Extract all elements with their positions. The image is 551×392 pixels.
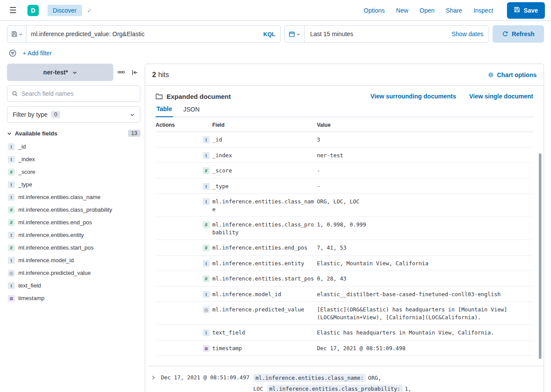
- table-row: ml.inference.entities.start_pos0, 28, 43: [156, 271, 533, 287]
- nav-inspect[interactable]: Inspect: [473, 7, 493, 14]
- filter-by-type-dropdown[interactable]: Filter by type 0: [7, 106, 140, 123]
- field-search-input[interactable]: [21, 90, 136, 97]
- sidebar-field-item[interactable]: ml.inference.entities.class_probability: [7, 203, 140, 216]
- field-search-box: [7, 85, 140, 102]
- field-type-icon: [8, 244, 15, 251]
- nav-share[interactable]: Share: [446, 7, 462, 14]
- available-fields-label: Available fields: [15, 130, 58, 137]
- field-type-icon: [8, 181, 15, 188]
- field-type-icon: [203, 136, 210, 143]
- show-dates-link[interactable]: Show dates: [446, 30, 489, 37]
- index-pattern-name: ner-test*: [43, 69, 68, 76]
- sidebar-field-item[interactable]: timestamp: [7, 292, 140, 304]
- tab-table[interactable]: Table: [156, 104, 173, 117]
- sidebar-field-name: timestamp: [18, 295, 44, 301]
- sidebar-field-item[interactable]: _id: [7, 140, 140, 153]
- chevron-down-icon: [7, 131, 12, 136]
- save-button[interactable]: Save: [507, 2, 545, 19]
- document-table: _id3 _indexner-test _score - _type - ml.…: [156, 132, 533, 356]
- sidebar-field-item[interactable]: _score: [7, 166, 140, 178]
- add-filter-link[interactable]: + Add filter: [23, 50, 52, 57]
- table-row: ml.inference.predicted_value[Elastic](OR…: [156, 302, 533, 325]
- available-fields-header[interactable]: Available fields 13: [7, 130, 140, 137]
- sidebar-field-name: _score: [18, 169, 35, 175]
- row-value: ORG, LOC, LOC: [317, 198, 533, 206]
- row-field-name: ml.inference.predicted_value: [212, 306, 316, 314]
- saved-query-menu-button[interactable]: [7, 26, 27, 42]
- row-field-name: ml.inference.entities.start_pos: [212, 275, 316, 283]
- nav-open[interactable]: Open: [420, 7, 435, 14]
- row-value: [Elastic](ORG&Elastic) has headquarters …: [317, 306, 533, 321]
- sidebar-field-name: _id: [18, 143, 26, 150]
- row-field-name: _id: [212, 136, 316, 144]
- row-field: text_field: [203, 329, 317, 337]
- source-field-badge: ml.inference.entities.class_name:: [253, 374, 366, 382]
- filter-icon: [9, 49, 17, 57]
- filter-by-type-count: 0: [51, 111, 60, 118]
- field-type-icon: [203, 345, 210, 352]
- expand-document-toggle[interactable]: [149, 372, 158, 383]
- filter-by-type-label: Filter by type: [13, 111, 48, 118]
- sidebar-field-name: _type: [18, 181, 32, 188]
- refresh-button-label: Refresh: [512, 30, 534, 37]
- expanded-document-header: Expanded document View surrounding docum…: [156, 91, 533, 101]
- calendar-menu-button[interactable]: [285, 26, 305, 42]
- sidebar-field-item[interactable]: ml.inference.entities.end_pos: [7, 216, 140, 229]
- sidebar-field-name: ml.inference.entities.start_pos: [18, 244, 94, 251]
- chevron-down-icon: [130, 112, 135, 117]
- chevron-right-icon: [151, 375, 156, 380]
- space-avatar[interactable]: D: [27, 5, 39, 16]
- tab-json[interactable]: JSON: [183, 104, 201, 117]
- table-row: ml.inference.entities.entityElastic, Mou…: [156, 256, 533, 271]
- sidebar-field-item[interactable]: _index: [7, 153, 140, 166]
- source-field-badge: ml.inference.entities.class_probability:: [267, 385, 403, 392]
- document-tabs: Table JSON: [156, 104, 533, 117]
- sidebar-field-item[interactable]: ml.inference.entities.entity: [7, 229, 140, 241]
- row-field: _index: [203, 152, 317, 159]
- nav-options[interactable]: Options: [364, 7, 384, 14]
- nav-new[interactable]: New: [396, 7, 408, 14]
- table-row: _indexner-test: [156, 148, 533, 163]
- row-field-name: ml.inference.entities.end_pos: [212, 244, 316, 252]
- collapse-sidebar-button[interactable]: [129, 67, 140, 78]
- row-value: 7, 41, 53: [317, 244, 533, 252]
- chevron-down-icon: [19, 32, 23, 36]
- field-type-icon: [8, 143, 15, 150]
- top-header: ☰ D Discover ✓ Options New Open Share In…: [0, 0, 551, 21]
- query-input[interactable]: [27, 30, 258, 37]
- scrollbar-thumb[interactable]: [539, 153, 541, 359]
- refresh-button[interactable]: Refresh: [493, 25, 544, 43]
- calendar-icon: [289, 31, 295, 37]
- sidebar-field-item[interactable]: ml.inference.entities.start_pos: [7, 241, 140, 254]
- time-range-value[interactable]: Last 15 minutes: [305, 30, 446, 37]
- query-language-button[interactable]: KQL: [258, 31, 280, 37]
- chart-options-link[interactable]: Chart options: [488, 71, 537, 78]
- row-value: Elastic has headquarters in Mountain Vie…: [317, 329, 533, 337]
- save-icon: [514, 7, 520, 14]
- filter-menu-button[interactable]: [7, 48, 18, 58]
- row-value: Dec 17, 2021 @ 08:51:09.498: [317, 345, 533, 352]
- field-type-icon: [203, 152, 210, 159]
- menu-icon[interactable]: ☰: [6, 4, 20, 16]
- refresh-icon: [502, 31, 508, 37]
- chart-options-label: Chart options: [497, 71, 537, 78]
- hits-label: hits: [158, 71, 169, 79]
- hits-header: 2 hits Chart options: [145, 64, 544, 86]
- sidebar-field-item[interactable]: ml.inference.entities.class_name: [7, 191, 140, 203]
- table-row: ml.inference.entities.end_pos7, 41, 53: [156, 240, 533, 256]
- sidebar-field-item[interactable]: _type: [7, 178, 140, 191]
- table-row: _score -: [156, 163, 533, 179]
- boxes-icon: [118, 71, 125, 74]
- view-surrounding-documents-link[interactable]: View surrounding documents: [371, 93, 456, 100]
- sidebar-field-item[interactable]: text_field: [7, 279, 140, 292]
- sidebar-field-item[interactable]: ml.inference.model_id: [7, 254, 140, 267]
- sidebar-field-item[interactable]: ml.inference.predicted_value: [7, 267, 140, 279]
- view-single-document-link[interactable]: View single document: [469, 93, 533, 100]
- breadcrumb[interactable]: Discover: [48, 5, 82, 16]
- table-row: _type -: [156, 179, 533, 194]
- field-settings-button[interactable]: [116, 67, 127, 78]
- row-value: Elastic, Mountain View, California: [317, 260, 533, 267]
- index-pattern-picker[interactable]: ner-test*: [7, 64, 113, 81]
- document-view-links: View surrounding documents View single d…: [371, 93, 533, 100]
- row-field-name: _score: [212, 167, 316, 175]
